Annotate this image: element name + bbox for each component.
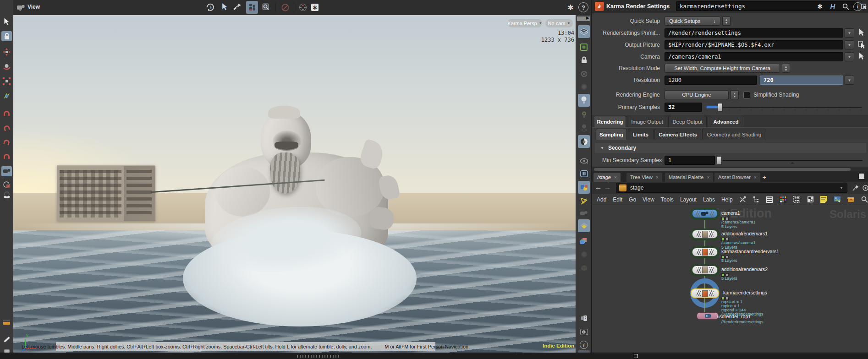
character-select-icon[interactable]: PO — [246, 1, 258, 14]
quick-setup-spinner[interactable]: ▲ ▼ — [722, 16, 731, 26]
handles-tool-icon[interactable] — [232, 2, 243, 13]
environment-sphere-icon[interactable] — [578, 249, 590, 260]
rendering-engine-spinner[interactable]: ▲ ▼ — [731, 90, 739, 99]
menu-layout[interactable]: Layout — [680, 196, 697, 203]
camera-view-icon[interactable] — [578, 207, 590, 218]
background-image-icon[interactable]: + — [834, 196, 841, 204]
network-boxes-icon[interactable] — [793, 196, 801, 204]
secondary-section-header[interactable]: ▼ Secondary — [595, 143, 866, 153]
viewport-flag-icon[interactable] — [578, 196, 590, 207]
resolution-dropdown[interactable]: ▼ — [845, 76, 854, 85]
camera-picker-icon[interactable] — [857, 51, 866, 61]
network-path-field[interactable]: stage ▼ — [616, 183, 847, 193]
panel-search-icon[interactable] — [841, 2, 850, 11]
resolution-mode-button[interactable]: Set Width, Compute Height from Camera — [665, 64, 780, 73]
asset-box-icon[interactable] — [847, 196, 855, 204]
viewport-gear-icon[interactable]: ✱ — [566, 2, 576, 12]
high-quality-lighting-icon[interactable] — [578, 109, 590, 120]
nav-back-button[interactable]: ← — [595, 183, 602, 192]
close-tab-icon[interactable]: × — [656, 175, 659, 180]
disable-lighting-icon[interactable] — [578, 68, 590, 79]
nav-forward-button[interactable]: → — [604, 183, 611, 192]
node-additionalrendervars2[interactable] — [692, 266, 718, 274]
node-additionalrendervars1[interactable] — [692, 230, 718, 239]
camera-select-pill[interactable]: No cam ▼ — [545, 19, 573, 27]
node-camera1[interactable] — [692, 209, 718, 218]
resolution-height-field[interactable]: 720 — [760, 76, 843, 85]
viewport-canvas[interactable]: Karma Persp ▼ No cam ▼ 13:04 1233 x 736 … — [13, 15, 576, 353]
resolution-mode-spinner[interactable]: ▲ ▼ — [782, 64, 790, 73]
find-nodes-icon[interactable] — [861, 196, 868, 204]
sticky-note-icon[interactable] — [820, 196, 828, 204]
render-region-icon[interactable] — [578, 313, 590, 324]
image-planes-icon[interactable] — [578, 236, 590, 247]
tab-rendering[interactable]: Rendering — [594, 116, 626, 127]
menu-add[interactable]: Add — [597, 196, 606, 203]
add-headlight-icon[interactable] — [578, 122, 590, 133]
scene-graph-refresh-icon[interactable] — [578, 42, 590, 53]
display-options-icon[interactable] — [578, 181, 590, 194]
subtab-limits[interactable]: Limits — [628, 129, 654, 140]
no-snap-icon[interactable] — [280, 2, 291, 13]
node-karmarendersettings[interactable] — [691, 288, 719, 298]
pin-pane-icon[interactable] — [851, 183, 860, 193]
translate-tool-icon[interactable] — [1, 47, 12, 57]
view-menu-camera-icon[interactable] — [16, 3, 26, 12]
quick-setups-button[interactable]: Quick Setups ↓ — [665, 16, 720, 26]
new-tab-button[interactable]: + — [760, 172, 769, 182]
viewport-mask-icon[interactable] — [1, 180, 12, 190]
color-palette-icon[interactable] — [780, 196, 787, 204]
snapshot-viewer-icon[interactable] — [578, 326, 590, 337]
pane-tab-material-palette[interactable]: Material Palette × — [665, 172, 714, 182]
display-materials-icon[interactable] — [578, 135, 590, 148]
houdini-h-icon[interactable]: H — [829, 1, 837, 11]
menu-go[interactable]: Go — [629, 196, 636, 203]
flipbook-icon[interactable] — [297, 2, 308, 13]
brush-comb-icon[interactable] — [1, 317, 12, 327]
parameter-list-icon[interactable] — [766, 196, 774, 204]
min-secondary-slider-track[interactable] — [723, 160, 863, 161]
tab-deep-output[interactable]: Deep Output — [668, 116, 707, 127]
file-chooser-icon[interactable] — [857, 39, 866, 49]
resolution-width-field[interactable]: 1280 — [665, 76, 757, 85]
simplified-shading-checkbox[interactable] — [743, 92, 750, 98]
toolbar-tools-icon[interactable] — [739, 196, 747, 204]
follow-target-icon[interactable] — [862, 183, 868, 193]
tab-image-output[interactable]: Image Output — [627, 116, 667, 127]
pane-tab-tree-view[interactable]: Tree View × — [626, 172, 663, 182]
subtab-geometry-shading[interactable]: Geometry and Shading — [702, 129, 766, 140]
split-windows-icon[interactable] — [807, 196, 814, 204]
background-layers-icon[interactable] — [578, 219, 590, 232]
rotate-tool-icon[interactable] — [1, 61, 12, 71]
wire-sphere-icon[interactable] — [578, 262, 590, 273]
xray-view-icon[interactable] — [578, 155, 590, 166]
lock-viewport-icon[interactable] — [578, 54, 590, 65]
view-tool-icon[interactable] — [205, 2, 216, 13]
primary-samples-slider-handle[interactable] — [718, 103, 723, 112]
subtab-camera-effects[interactable]: Camera Effects — [654, 129, 701, 140]
lock-handle-icon[interactable] — [1, 31, 12, 41]
rendersettings-primitive-dropdown[interactable]: ▼ — [845, 28, 854, 38]
min-secondary-samples-field[interactable]: 1 — [665, 156, 715, 165]
render-stamp-icon[interactable] — [1, 190, 12, 200]
viewport-help-icon[interactable]: ? — [578, 2, 588, 12]
tree-view-icon[interactable] — [753, 196, 760, 204]
rendersettings-primitive-field[interactable]: /Render/rendersettings — [665, 28, 843, 38]
stow-bar[interactable]: ▶ — [577, 16, 590, 21]
box-zoom-icon[interactable] — [261, 2, 272, 13]
camera-dropdown[interactable]: ▼ — [845, 52, 854, 61]
network-editor[interactable]: Indie Edition Solaris camera1 /cameras/c… — [592, 205, 868, 353]
pause-display-icon[interactable] — [578, 168, 590, 179]
menu-help[interactable]: Help — [721, 196, 733, 203]
snap-magnet-icon[interactable] — [1, 151, 12, 161]
rendering-engine-button[interactable]: CPU Engine — [665, 90, 729, 99]
select-tool-icon[interactable] — [1, 16, 12, 27]
param-scrollbar-thumb[interactable] — [594, 168, 851, 171]
normal-lighting-icon[interactable] — [578, 94, 590, 107]
subtab-sampling[interactable]: Sampling — [596, 129, 627, 140]
take-notes-icon[interactable] — [1, 334, 12, 344]
view-menu[interactable]: View — [27, 4, 40, 10]
close-tab-icon[interactable]: × — [614, 175, 617, 180]
handle-axis-icon[interactable] — [1, 91, 12, 101]
menu-edit[interactable]: Edit — [613, 196, 622, 203]
